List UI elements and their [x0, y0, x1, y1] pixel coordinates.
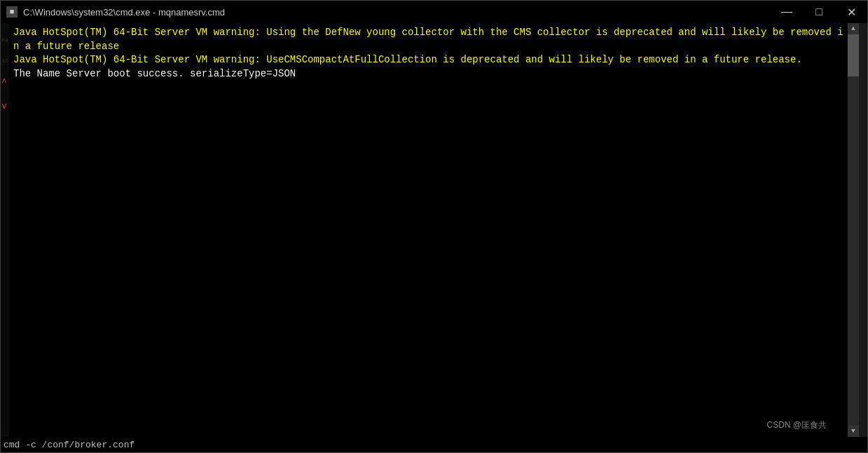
left-sidebar: F4 16 ^ v: [1, 23, 9, 437]
console-line-3: The Name Server boot success. serializeT…: [13, 67, 843, 81]
console-line-2: Java HotSpot(TM) 64-Bit Server VM warnin…: [13, 53, 843, 67]
bottom-bar: cmd -c /conf/broker.conf: [1, 437, 867, 452]
main-area: F4 16 ^ v Java HotSpot(TM) 64-Bit Server…: [1, 23, 867, 437]
close-button[interactable]: ✕: [835, 1, 867, 23]
bottom-text: cmd -c /conf/broker.conf: [4, 440, 135, 450]
maximize-button[interactable]: □: [803, 1, 835, 23]
side-marker-1: F4: [1, 37, 8, 43]
scrollbar[interactable]: ▲ ▼: [848, 23, 859, 437]
console-content: Java HotSpot(TM) 64-Bit Server VM warnin…: [13, 26, 843, 434]
watermark: CSDN @匡食共: [766, 419, 827, 431]
console-line-1: Java HotSpot(TM) 64-Bit Server VM warnin…: [13, 26, 843, 53]
scrollbar-thumb[interactable]: [848, 34, 859, 76]
console-area: Java HotSpot(TM) 64-Bit Server VM warnin…: [9, 23, 848, 437]
app-icon: ■: [6, 6, 18, 18]
window-controls: — □ ✕: [771, 1, 867, 23]
cmd-window: ■ C:\Windows\system32\cmd.exe - mqnamesr…: [0, 0, 868, 453]
scroll-up-button[interactable]: ▲: [848, 23, 859, 34]
window-title: C:\Windows\system32\cmd.exe - mqnamesrv.…: [23, 7, 862, 18]
side-marker-2: 16: [1, 58, 8, 64]
scroll-down-button[interactable]: ▼: [848, 426, 859, 437]
right-edge: [859, 23, 867, 437]
arrow-down: v: [1, 102, 8, 111]
scrollbar-track[interactable]: [848, 34, 859, 426]
minimize-button[interactable]: —: [771, 1, 803, 23]
titlebar: ■ C:\Windows\system32\cmd.exe - mqnamesr…: [1, 1, 867, 23]
arrow-up: ^: [1, 78, 8, 88]
